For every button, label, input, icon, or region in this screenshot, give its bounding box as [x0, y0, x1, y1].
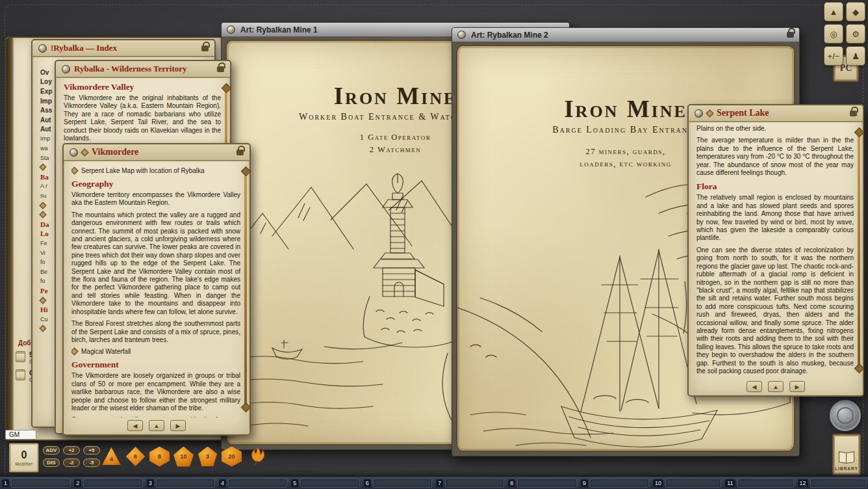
- hotbar-slot-number: 3: [147, 479, 154, 487]
- vikmordere-window-titlebar[interactable]: Vikmordere: [64, 144, 249, 161]
- hotbar-slot[interactable]: 4: [217, 477, 289, 489]
- lock-icon[interactable]: [201, 46, 209, 51]
- hotbar-slot-number: 2: [74, 479, 81, 487]
- plus5-button[interactable]: +5: [83, 446, 100, 455]
- hotbar-slot-body[interactable]: [373, 479, 432, 488]
- die-face-value: 6: [134, 453, 137, 460]
- lock-icon[interactable]: [787, 32, 794, 38]
- tool-button-grid: ▲◆◎⚙+/−♟: [824, 2, 865, 66]
- serpent-lake-window: Serpent Lake Plains on the other side. T…: [687, 104, 864, 397]
- hotbar-slot[interactable]: 11: [723, 477, 795, 489]
- lock-icon[interactable]: [850, 111, 857, 116]
- scrollbar[interactable]: [858, 135, 860, 365]
- hotbar-slot[interactable]: 6: [362, 477, 434, 489]
- serpent-window-titlebar[interactable]: Serpent Lake: [689, 105, 863, 122]
- hotbar-slot[interactable]: 5: [289, 477, 361, 489]
- hotbar-slot-body[interactable]: [665, 479, 721, 488]
- hotbar-slot-body[interactable]: [228, 479, 287, 488]
- character-button[interactable]: ♟: [846, 46, 865, 66]
- section-heading: Government: [71, 360, 240, 370]
- hotbar-slot-number: 11: [725, 479, 735, 487]
- hotbar-slot-body[interactable]: [300, 479, 359, 488]
- story-diamond-icon: [706, 109, 714, 118]
- art-window-titlebar[interactable]: Art: Rybalkan Mine 2: [452, 28, 799, 42]
- hotbar-slot-body[interactable]: [737, 479, 794, 488]
- d10-die[interactable]: 10: [173, 447, 194, 467]
- nav-next-button[interactable]: ▶: [170, 420, 186, 431]
- scroll-icon: [16, 351, 25, 362]
- modifier-label: Modifier: [15, 462, 32, 466]
- hotbar-slot[interactable]: 1: [0, 477, 72, 489]
- d8-die-button[interactable]: ◆: [846, 2, 865, 21]
- vikmordere-window: Vikmordere Serpent Lake Map with locatio…: [62, 143, 251, 436]
- sidebar-library-button[interactable]: LIBRARY: [832, 434, 861, 475]
- hotbar-slot[interactable]: 12: [796, 477, 868, 489]
- hotbar-slot-body[interactable]: [11, 479, 70, 488]
- advantage-button[interactable]: ADV: [43, 446, 60, 455]
- waterfall-link[interactable]: Magical Waterfall: [71, 348, 240, 355]
- radial-menu-button[interactable]: [227, 25, 235, 34]
- library-label: LIBRARY: [835, 466, 858, 471]
- nav-prev-button[interactable]: ◀: [747, 381, 762, 392]
- modifier-box[interactable]: 0 Modifier: [9, 443, 39, 473]
- dice-tray: 4 6 8 10 3 20: [101, 446, 266, 467]
- forge-medallion-button[interactable]: [830, 400, 861, 431]
- nav-next-button[interactable]: ▶: [789, 381, 805, 392]
- dice-list: 4 6 8 10 3 20: [101, 447, 242, 467]
- hotbar-slot-body[interactable]: [810, 479, 866, 488]
- hotbar-slot-body[interactable]: [83, 479, 142, 488]
- plus2-button[interactable]: +2: [63, 446, 80, 455]
- speaker-identity-box[interactable]: GM: [5, 430, 36, 440]
- hotbar-slot[interactable]: 10: [651, 477, 723, 489]
- window-title: !Rybalka — Index: [51, 43, 117, 53]
- paragraph: One can see the diverse states of recolo…: [696, 246, 854, 376]
- index-window-titlebar[interactable]: !Rybalka — Index: [32, 40, 214, 57]
- plus-minus-button[interactable]: +/−: [824, 46, 843, 66]
- lock-icon[interactable]: [236, 150, 244, 155]
- section-heading: Vikmordere Valley: [64, 82, 221, 92]
- hotbar-slot-body[interactable]: [590, 479, 649, 488]
- hotbar: 1 2 3 4 5 6: [0, 476, 868, 489]
- waterfall-link-icon: [71, 347, 79, 356]
- radial-menu-button[interactable]: [62, 65, 70, 73]
- d12-die[interactable]: 3: [198, 447, 218, 467]
- d20-die[interactable]: 20: [222, 447, 242, 467]
- hotbar-slot-body[interactable]: [445, 479, 504, 488]
- wilderness-window-titlebar[interactable]: Rybalka - Wilderness Territory: [56, 61, 230, 78]
- d4-die-button[interactable]: ▲: [824, 2, 843, 21]
- minus5-button[interactable]: -5: [83, 458, 100, 467]
- paragraph: The Boreal Forest stretches along the so…: [71, 320, 240, 344]
- scrollbar[interactable]: [244, 174, 247, 404]
- fantasy-grounds-desktop: Добро пожаловать в 5E ruleset v3.2 Copyr…: [0, 0, 868, 489]
- paragraph: Vikmordere territory encompasses the Vik…: [71, 191, 240, 207]
- roll-modifier-buttons: ADVDIS+2-2+5-5: [43, 446, 100, 467]
- radial-menu-button[interactable]: [695, 109, 703, 118]
- minus2-button[interactable]: -2: [63, 458, 80, 467]
- hotbar-slot[interactable]: 7: [434, 477, 506, 489]
- nav-prev-button[interactable]: ◀: [127, 420, 143, 431]
- hotbar-slot-body[interactable]: [156, 479, 215, 488]
- d6-die[interactable]: 6: [125, 447, 146, 467]
- paragraph: The Vikmordere are the original inhabita…: [64, 94, 221, 142]
- map-link[interactable]: Serpent Lake Map with location of Rybalk…: [71, 167, 240, 174]
- map-link-icon: [71, 166, 79, 175]
- settings-button[interactable]: ⚙: [846, 24, 865, 44]
- hotbar-slot[interactable]: 9: [579, 477, 651, 489]
- radial-menu-button[interactable]: [70, 148, 78, 157]
- radial-menu-button[interactable]: [38, 44, 47, 53]
- radial-menu-button[interactable]: [457, 31, 466, 39]
- hotbar-slot[interactable]: 8: [506, 477, 578, 489]
- torch-pointer-icon[interactable]: [248, 446, 266, 467]
- hotbar-slot-number: 6: [364, 479, 371, 487]
- lock-icon[interactable]: [217, 66, 224, 72]
- map-link-label: Serpent Lake Map with location of Rybalk…: [81, 167, 205, 174]
- nav-up-button[interactable]: ▲: [149, 420, 164, 431]
- target-button[interactable]: ◎: [824, 24, 843, 44]
- hotbar-slot-body[interactable]: [517, 479, 576, 488]
- d4-die[interactable]: 4: [101, 447, 121, 467]
- disadvantage-button[interactable]: DIS: [43, 458, 60, 467]
- hotbar-slot[interactable]: 3: [145, 477, 217, 489]
- hotbar-slot[interactable]: 2: [72, 477, 144, 489]
- nav-up-button[interactable]: ▲: [768, 381, 784, 392]
- d8-die[interactable]: 8: [149, 447, 170, 467]
